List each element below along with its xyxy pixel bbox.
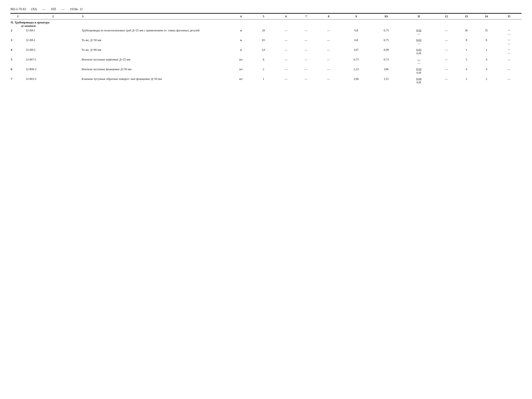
row-col5: I	[251, 76, 276, 85]
row-col10: 0,73	[371, 57, 401, 65]
row-col12: —	[436, 67, 456, 75]
row-col5: IO	[251, 38, 276, 46]
row-unit: шт	[231, 57, 251, 65]
row-col8: —	[316, 47, 341, 56]
row-col11: 0,040,0I	[401, 76, 436, 85]
spacer-row	[10, 75, 522, 76]
row-col10: I,86	[371, 67, 401, 75]
col-header-10: IO	[371, 13, 401, 19]
spacer-row	[10, 46, 522, 47]
row-unit: шт	[231, 76, 251, 85]
row-desc: Вентили чугунные муфтовые Д=25 мм	[81, 57, 231, 65]
col-header-12: 12	[436, 13, 456, 19]
spacer-row	[10, 65, 522, 67]
row-code: I2-II8-2	[25, 47, 81, 56]
col-header-6: 6	[276, 13, 296, 19]
col-header-7: 7	[296, 13, 316, 19]
col-header-4: 4	[231, 13, 251, 19]
row-col13: I6	[456, 28, 476, 36]
spacer-row	[10, 56, 522, 57]
row-col13: 5	[456, 57, 476, 65]
row-unit: шт	[231, 67, 251, 75]
row-col15: —	[496, 76, 522, 85]
row-col11: 0,02—	[401, 28, 436, 36]
col-header-9: 9	[341, 13, 371, 19]
section-title: П. Трубопроводы и арматура а) монтаж	[10, 19, 522, 28]
row-col5: 20	[251, 28, 276, 36]
row-col11: 0,02—	[401, 38, 436, 46]
row-desc: Трубопроводы из полиэтиленовых труб Д=25…	[81, 28, 231, 36]
main-table: I 2 3 4 5 6 7 8 9 IO II 12 I3 I4 I5 П. Т…	[10, 13, 522, 86]
row-col14: I5	[476, 28, 497, 36]
row-unit: м	[231, 47, 251, 56]
row-col5: 6	[251, 57, 276, 65]
row-col6: —	[276, 57, 296, 65]
row-col9: I,07	[341, 47, 371, 56]
col-header-3: 3	[81, 13, 231, 19]
row-col9: 2,23	[341, 67, 371, 75]
row-col14: I	[476, 47, 497, 56]
row-col9: 0,8	[341, 28, 371, 36]
row-num: 7	[10, 76, 25, 85]
doc-xi: (XI)	[31, 7, 37, 11]
doc-year: 1918е- 11	[70, 7, 83, 11]
row-col15: —	[496, 57, 522, 65]
row-col8: —	[316, 57, 341, 65]
row-col9: 0,75	[341, 57, 371, 65]
separator1: —	[42, 7, 45, 11]
col-header-5: 5	[251, 13, 276, 19]
row-col15: =—	[496, 38, 522, 46]
col-header-11: II	[401, 13, 436, 19]
col-header-2: 2	[25, 13, 81, 19]
row-col6: —	[276, 76, 296, 85]
row-col11: ——	[401, 57, 436, 65]
row-col7: —	[296, 67, 316, 75]
table-row: 4I2-II8-2То же, Д=90 мммI,0———I,070,990,…	[10, 47, 522, 56]
row-col14: 4	[476, 57, 497, 65]
row-desc: Клапаны чугунные обратные поворот- ные ф…	[81, 76, 231, 85]
row-unit: м	[231, 28, 251, 36]
row-col14: 2	[476, 76, 497, 85]
column-headers: I 2 3 4 5 6 7 8 9 IO II 12 I3 I4 I5	[10, 13, 522, 19]
row-col12: —	[436, 38, 456, 46]
row-col15: =—	[496, 28, 522, 36]
row-col12: —	[436, 57, 456, 65]
table-row: 7I2-803-2Клапаны чугунные обратные повор…	[10, 76, 522, 85]
row-code: I2-II8-I	[25, 38, 81, 46]
col-header-8: 8	[316, 13, 341, 19]
row-col8: —	[316, 76, 341, 85]
row-code: I2-800-2	[25, 67, 81, 75]
row-num: 6	[10, 67, 25, 75]
row-col5: I,0	[251, 47, 276, 56]
row-code: I2-807-I	[25, 57, 81, 65]
row-desc: То же, Д=90 мм	[81, 47, 231, 56]
row-col14: 4	[476, 67, 497, 75]
row-col7: —	[296, 57, 316, 65]
row-col5: 2	[251, 67, 276, 75]
row-col11: 0,030,0I	[401, 47, 436, 56]
page-header: 902-I-70 83 (XI) — 103 — 1918е- 11	[10, 7, 522, 11]
table-row: 3I2-II8-IТо же, Д=50 мммIO———0,80,750,02…	[10, 38, 522, 46]
row-col13: 4	[456, 67, 476, 75]
table-row: 2I2-II8-IТрубопроводы из полиэтиленовых …	[10, 28, 522, 36]
row-col12: —	[436, 47, 456, 56]
row-col7: —	[296, 76, 316, 85]
row-col7: —	[296, 28, 316, 36]
row-code: I2-II8-I	[25, 28, 81, 36]
row-col10: I,53	[371, 76, 401, 85]
row-col6: —	[276, 38, 296, 46]
table-row: 6I2-800-2Вентили чугунные фланцевые Д=50…	[10, 67, 522, 75]
row-col15: =—	[496, 47, 522, 56]
row-col12: —	[436, 28, 456, 36]
section-header-row: П. Трубопроводы и арматура а) монтаж	[10, 19, 522, 28]
row-desc: То же, Д=50 мм	[81, 38, 231, 46]
row-col7: —	[296, 38, 316, 46]
row-col10: 0,99	[371, 47, 401, 56]
row-col13: 2	[456, 76, 476, 85]
col-header-15: I5	[496, 13, 522, 19]
row-col10: 0,75	[371, 28, 401, 36]
row-desc: Вентили чугунные фланцевые Д=50 мм	[81, 67, 231, 75]
table-row: 5I2-807-IВентили чугунные муфтовые Д=25 …	[10, 57, 522, 65]
doc-number: 902-I-70 83	[10, 7, 26, 11]
row-col6: —	[276, 47, 296, 56]
